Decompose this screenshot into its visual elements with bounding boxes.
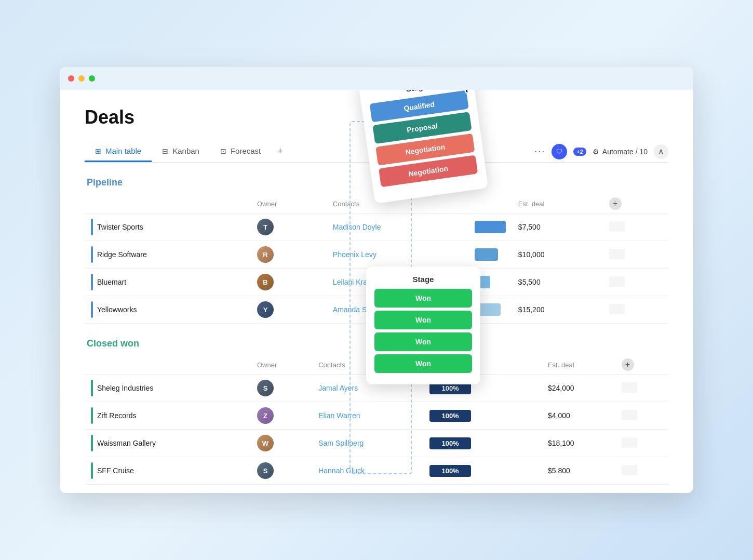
closed-owner-col: Owner: [251, 355, 312, 375]
collapse-button[interactable]: ∧: [654, 144, 668, 159]
tab-main-table[interactable]: ⊞ Main table: [85, 141, 152, 162]
closed-name-col: [85, 355, 251, 375]
deal-indicator: [91, 435, 93, 451]
forecast-label: Forecast: [231, 146, 261, 155]
deal-name-cell: Waissman Gallery: [85, 430, 251, 457]
main-table-label: Main table: [105, 146, 141, 155]
est-deal-cell: $24,000: [542, 375, 615, 402]
titlebar: [60, 67, 693, 90]
probability-bar: 100%: [429, 437, 471, 449]
contact-link[interactable]: Sam Spillberg: [318, 439, 364, 447]
stage-option-won-3[interactable]: Won: [374, 332, 472, 351]
closed-add-col-button[interactable]: +: [622, 358, 634, 371]
avatar: Y: [257, 301, 274, 318]
tabs-right-actions: ··· 🛡 +2 ⚙ Automate / 10 ∧: [534, 144, 668, 159]
deal-name: Ridge Software: [97, 250, 147, 259]
stage-panel-title-2: Stage: [374, 275, 472, 284]
kanban-label: Kanban: [172, 146, 199, 155]
deal-name-cell: SFF Cruise: [85, 457, 251, 485]
empty-cell: [622, 437, 637, 448]
probability-bar: 100%: [429, 465, 471, 477]
pipeline-add-col-button[interactable]: +: [609, 197, 622, 210]
avatar: T: [257, 219, 274, 235]
stage-bar: [475, 221, 506, 233]
tab-forecast[interactable]: ⊡ Forecast: [210, 141, 271, 162]
owner-cell: Y: [251, 296, 327, 324]
contact-link[interactable]: Jamal Ayers: [318, 384, 358, 392]
contact-link[interactable]: Elian Warren: [318, 411, 360, 420]
stage-dropdown-panel-2[interactable]: Stage Won Won Won Won: [366, 266, 480, 384]
deal-name-cell: Bluemart: [85, 269, 251, 296]
kanban-icon: ⊟: [162, 147, 168, 155]
minimize-dot[interactable]: [78, 75, 85, 82]
prob-cell: 100%: [423, 402, 542, 430]
table-row: Zift Records Z Elian Warren 100% $4,000: [85, 402, 668, 430]
automate-button[interactable]: ⚙ Automate / 10: [593, 148, 648, 156]
avatar: W: [257, 435, 274, 451]
empty-cell: [609, 221, 625, 232]
contact-cell[interactable]: Sam Spillberg: [312, 430, 423, 457]
pipeline-est-deal-col: Est. deal: [512, 194, 603, 214]
deal-indicator: [91, 301, 93, 318]
main-window: Deals ⊞ Main table ⊟ Kanban ⊡ Forecast +…: [60, 67, 693, 493]
closed-est-deal-col: Est. deal: [542, 355, 615, 375]
owner-cell: T: [251, 214, 327, 241]
contact-link[interactable]: Phoenix Levy: [333, 250, 376, 259]
contact-cell[interactable]: Hannah Gluck: [312, 457, 423, 485]
table-row: SFF Cruise S Hannah Gluck 100% $5,800: [85, 457, 668, 485]
contact-link[interactable]: Hannah Gluck: [318, 466, 365, 475]
stage-bar: [475, 248, 498, 261]
owner-cell: S: [251, 375, 312, 402]
close-dot[interactable]: [68, 75, 74, 82]
stage-option-won-1[interactable]: Won: [374, 289, 472, 308]
est-deal-cell: $18,100: [542, 430, 615, 457]
deal-name: Bluemart: [97, 278, 126, 286]
stage-bar-cell: [468, 241, 512, 269]
contact-link[interactable]: Madison Doyle: [333, 223, 381, 231]
contact-cell[interactable]: Elian Warren: [312, 402, 423, 430]
forecast-icon: ⊡: [220, 147, 226, 155]
empty-cell: [622, 410, 637, 420]
deal-name: Yellowworks: [97, 305, 137, 314]
avatar: S: [257, 462, 274, 479]
owner-cell: S: [251, 457, 312, 485]
deal-indicator: [91, 380, 93, 396]
tab-kanban[interactable]: ⊟ Kanban: [152, 141, 210, 162]
contact-cell[interactable]: Madison Doyle: [327, 214, 468, 241]
deal-indicator: [91, 462, 93, 479]
prob-cell: 100%: [423, 457, 542, 485]
avatar: Z: [257, 407, 274, 424]
stage-option-won-2[interactable]: Won: [374, 311, 472, 329]
pipeline-stage-col: [468, 194, 512, 214]
stage-option-won-4[interactable]: Won: [374, 354, 472, 373]
owner-cell: B: [251, 269, 327, 296]
avatar: R: [257, 246, 274, 263]
prob-cell: 100%: [423, 430, 542, 457]
est-deal-cell: $5,800: [542, 457, 615, 485]
stage-bar-cell: [468, 214, 512, 241]
window-content: Deals ⊞ Main table ⊟ Kanban ⊡ Forecast +…: [60, 90, 693, 493]
stage-dropdown-panel-1[interactable]: Stage Qualified Proposal Negotiation Neg…: [358, 90, 489, 204]
empty-cell: [622, 382, 637, 393]
automate-icon: ⚙: [593, 148, 599, 156]
pipeline-name-col: [85, 194, 251, 214]
main-table-icon: ⊞: [95, 147, 101, 155]
deal-name: Waissman Gallery: [97, 439, 156, 447]
deal-name-cell: Twister Sports: [85, 214, 251, 241]
more-options-button[interactable]: ···: [534, 146, 545, 157]
est-deal-cell: $10,000: [512, 241, 603, 269]
share-badge: +2: [573, 148, 586, 156]
deal-name-cell: Yellowworks: [85, 296, 251, 324]
est-deal-cell: $5,500: [512, 269, 603, 296]
owner-cell: R: [251, 241, 327, 269]
maximize-dot[interactable]: [89, 75, 95, 82]
contact-cell[interactable]: Phoenix Levy: [327, 241, 468, 269]
empty-cell: [609, 249, 625, 259]
owner-cell: W: [251, 430, 312, 457]
est-deal-cell: $7,500: [512, 214, 603, 241]
add-tab-button[interactable]: +: [271, 141, 289, 162]
deal-name-cell: Ridge Software: [85, 241, 251, 269]
share-button[interactable]: 🛡: [552, 144, 567, 159]
empty-cell: [609, 276, 625, 287]
est-deal-cell: $4,000: [542, 402, 615, 430]
